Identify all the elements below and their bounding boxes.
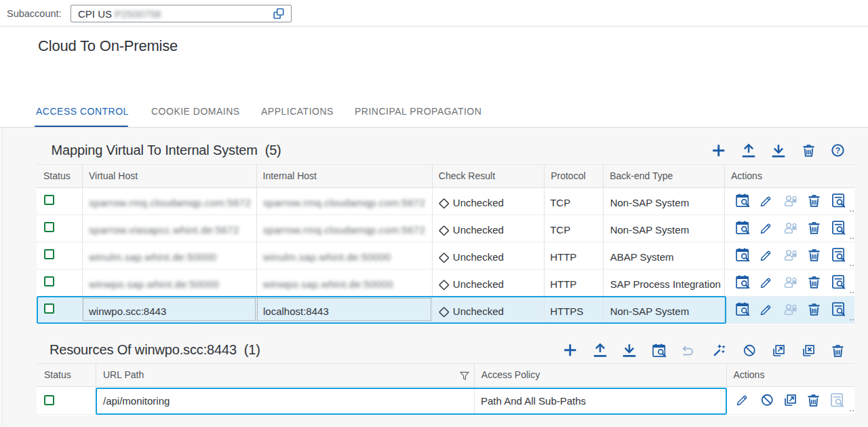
svg-text:?: ? (835, 146, 840, 155)
